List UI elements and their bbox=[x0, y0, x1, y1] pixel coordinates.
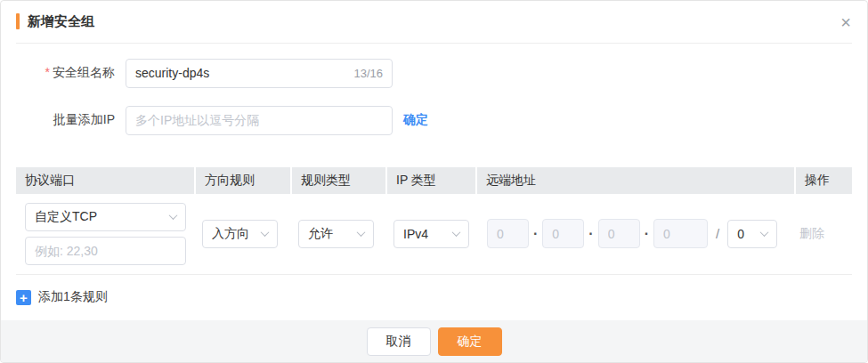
close-icon[interactable]: × bbox=[840, 13, 851, 31]
chevron-down-icon bbox=[357, 228, 366, 237]
actions-cell: 删除 bbox=[792, 194, 852, 274]
ip-octet-4-input[interactable] bbox=[653, 219, 708, 248]
confirm-button[interactable]: 确定 bbox=[438, 327, 502, 356]
octet-separator-dot: · bbox=[533, 226, 538, 242]
ip-octet-1-input[interactable] bbox=[487, 219, 529, 248]
dialog-footer: 取消 确定 bbox=[1, 320, 867, 362]
add-rule-divider bbox=[16, 274, 852, 275]
cancel-button[interactable]: 取消 bbox=[367, 327, 431, 356]
header-remote-address: 远端地址 bbox=[477, 167, 794, 194]
chevron-down-icon bbox=[452, 228, 461, 237]
add-rule-button[interactable]: + 添加1条规则 bbox=[1, 274, 123, 320]
port-input[interactable] bbox=[25, 237, 186, 265]
direction-select[interactable]: 入方向 bbox=[202, 220, 278, 248]
direction-cell: 入方向 bbox=[194, 194, 290, 274]
name-field-row: *安全组名称 13/16 bbox=[1, 59, 867, 88]
cidr-mask-select-value: 0 bbox=[737, 227, 744, 241]
required-asterisk: * bbox=[45, 65, 50, 79]
batch-ip-input-wrap bbox=[126, 106, 393, 135]
ip-octet-2-input[interactable] bbox=[542, 219, 584, 248]
header-protocol-port: 协议端口 bbox=[16, 167, 194, 194]
protocol-select[interactable]: 自定义TCP bbox=[25, 203, 186, 231]
cidr-slash: / bbox=[716, 226, 719, 241]
security-group-name-input[interactable] bbox=[126, 60, 353, 87]
dialog-header: 新增安全组 × bbox=[1, 1, 867, 43]
batch-ip-label: 批量添加IP bbox=[1, 112, 126, 128]
protocol-port-cell: 自定义TCP bbox=[16, 194, 194, 274]
header-direction: 方向规则 bbox=[196, 167, 290, 194]
chevron-down-icon bbox=[760, 228, 769, 237]
header-ip-type: IP 类型 bbox=[387, 167, 475, 194]
title-accent-bar bbox=[16, 13, 20, 29]
ip-type-select-value: IPv4 bbox=[403, 227, 428, 241]
rule-type-select-value: 允许 bbox=[308, 226, 333, 242]
header-actions: 操作 bbox=[796, 167, 852, 194]
rule-row: 自定义TCP 入方向 允许 IPv4 bbox=[16, 194, 852, 274]
remote-address-cell: · · · / 0 bbox=[475, 194, 792, 274]
rule-type-select[interactable]: 允许 bbox=[298, 220, 374, 248]
form-area: *安全组名称 13/16 批量添加IP 确定 bbox=[1, 44, 867, 153]
batch-ip-input[interactable] bbox=[126, 107, 392, 134]
batch-ip-confirm-link[interactable]: 确定 bbox=[403, 112, 428, 128]
cidr-mask-select[interactable]: 0 bbox=[727, 220, 777, 248]
direction-select-value: 入方向 bbox=[212, 226, 249, 242]
name-field-label-text: 安全组名称 bbox=[53, 65, 115, 79]
chevron-down-icon bbox=[261, 228, 270, 237]
rules-table: 协议端口 方向规则 规则类型 IP 类型 远端地址 操作 自定义TCP 入方向 bbox=[1, 167, 867, 274]
add-rule-label: 添加1条规则 bbox=[38, 289, 108, 305]
protocol-select-value: 自定义TCP bbox=[35, 209, 97, 225]
ip-octet-3-input[interactable] bbox=[598, 219, 640, 248]
octet-separator-dot: · bbox=[588, 226, 593, 242]
security-group-name-input-wrap: 13/16 bbox=[126, 59, 393, 88]
char-counter: 13/16 bbox=[353, 67, 392, 80]
plus-icon: + bbox=[16, 290, 31, 305]
chevron-down-icon bbox=[169, 211, 178, 220]
header-rule-type: 规则类型 bbox=[292, 167, 385, 194]
batch-ip-row: 批量添加IP 确定 bbox=[1, 106, 867, 135]
ip-type-cell: IPv4 bbox=[385, 194, 475, 274]
rule-type-cell: 允许 bbox=[290, 194, 385, 274]
add-security-group-dialog: 新增安全组 × *安全组名称 13/16 批量添加IP 确定 协议端口 方向规则… bbox=[0, 0, 868, 363]
dialog-title: 新增安全组 bbox=[28, 13, 94, 30]
rules-table-header: 协议端口 方向规则 规则类型 IP 类型 远端地址 操作 bbox=[16, 167, 852, 194]
delete-rule-link[interactable]: 删除 bbox=[799, 226, 824, 242]
octet-separator-dot: · bbox=[645, 226, 649, 242]
name-field-label: *安全组名称 bbox=[1, 65, 126, 81]
ip-type-select[interactable]: IPv4 bbox=[393, 220, 469, 248]
